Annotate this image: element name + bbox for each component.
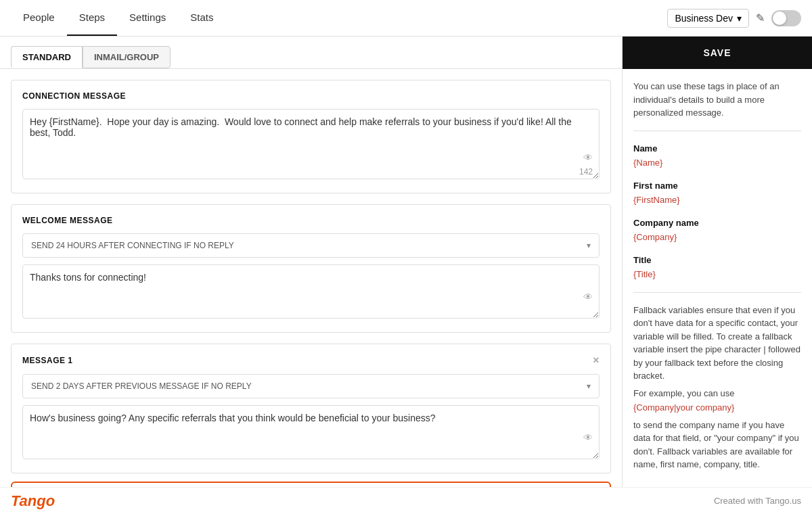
toggle-knob [773, 11, 786, 25]
nav-tab-people[interactable]: People [11, 0, 67, 36]
main-layout: STANDARD INMAIL/GROUP CONNECTION MESSAGE… [0, 37, 812, 514]
welcome-message-section: WELCOME MESSAGE SEND 24 HOURS AFTER CONN… [11, 204, 611, 333]
toggle-switch[interactable] [771, 10, 801, 26]
nav-tab-stats[interactable]: Stats [178, 0, 225, 36]
example-suffix: to send the company name if you have dat… [633, 419, 801, 471]
chevron-down-icon: ▾ [737, 13, 742, 24]
business-dev-dropdown[interactable]: Business Dev ▾ [667, 9, 749, 28]
left-panel: STANDARD INMAIL/GROUP CONNECTION MESSAGE… [0, 37, 623, 514]
connection-message-header: CONNECTION MESSAGE [22, 91, 600, 101]
right-panel-content: You can use these tags in place of an in… [623, 69, 812, 482]
message1-close-icon[interactable]: × [593, 355, 600, 366]
tag-title: Title {Title} [633, 254, 801, 281]
intro-text: You can use these tags in place of an in… [633, 80, 801, 120]
top-nav: People Steps Settings Stats Business Dev… [0, 0, 812, 37]
tag-name: Name {Name} [633, 142, 801, 170]
subtab-standard[interactable]: STANDARD [11, 46, 83, 68]
message1-header: MESSAGE 1 × [22, 355, 600, 366]
chevron-down-icon: ▾ [587, 241, 591, 250]
connection-message-wrapper: 👁 142 [22, 109, 600, 182]
tag-company: Company name {Company} [633, 216, 801, 244]
subtab-inmail-group[interactable]: INMAIL/GROUP [83, 46, 171, 68]
top-right-controls: Business Dev ▾ ✎ [667, 9, 801, 28]
connection-message-section: CONNECTION MESSAGE 👁 142 document.queryS… [11, 80, 611, 193]
message1-section: MESSAGE 1 × SEND 2 DAYS AFTER PREVIOUS M… [11, 344, 611, 473]
nav-tab-steps[interactable]: Steps [67, 0, 117, 36]
divider [633, 131, 801, 131]
welcome-message-textarea[interactable] [22, 264, 600, 319]
tag-firstname: First name {FirstName} [633, 179, 801, 207]
tango-brand: Tango [11, 492, 55, 510]
message1-textarea[interactable] [22, 405, 600, 459]
eye-icon: 👁 [583, 432, 593, 443]
fallback-text: Fallback variables ensure that even if y… [633, 304, 801, 383]
subtabs: STANDARD INMAIL/GROUP [0, 37, 622, 69]
save-button[interactable]: SAVE [623, 37, 812, 69]
nav-tabs: People Steps Settings Stats [11, 0, 225, 36]
right-panel: SAVE You can use these tags in place of … [623, 37, 812, 514]
nav-tab-settings[interactable]: Settings [117, 0, 178, 36]
welcome-message-header: WELCOME MESSAGE [22, 216, 600, 225]
footer: Tango Created with Tango.us [0, 487, 812, 514]
eye-icon: 👁 [583, 291, 593, 302]
edit-icon[interactable]: ✎ [756, 11, 765, 24]
welcome-message-dropdown[interactable]: SEND 24 HOURS AFTER CONNECTING IF NO REP… [22, 233, 600, 258]
connection-message-textarea[interactable] [22, 109, 600, 179]
eye-icon: 👁 [583, 152, 593, 163]
created-with: Created with Tango.us [714, 496, 801, 506]
welcome-message-textarea-wrapper: 👁 [22, 264, 600, 321]
example-value: {Company|your company} [633, 401, 801, 415]
chevron-down-icon: ▾ [587, 381, 591, 391]
example-label: For example, you can use [633, 387, 801, 400]
message1-dropdown[interactable]: SEND 2 DAYS AFTER PREVIOUS MESSAGE IF NO… [22, 374, 600, 398]
divider2 [633, 292, 801, 293]
message1-textarea-wrapper: 👁 [22, 405, 600, 462]
